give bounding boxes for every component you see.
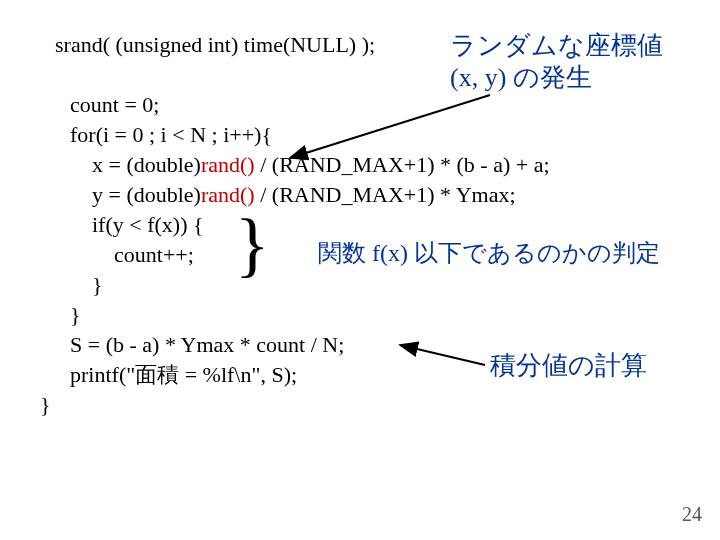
code-line-count: count = 0; [70, 90, 159, 120]
code-line-printf: printf("面積 = %lf\n", S); [70, 360, 297, 390]
code-frag: / (RAND_MAX+1) * (b - a) + a; [255, 152, 550, 177]
annotation-integral: 積分値の計算 [490, 350, 647, 383]
code-line-srand: srand( (unsigned int) time(NULL) ); [55, 30, 375, 60]
page-number: 24 [682, 503, 702, 526]
code-line-y: y = (double)rand() / (RAND_MAX+1) * Ymax… [70, 180, 516, 210]
code-rand-call: rand() [201, 152, 255, 177]
code-frag: y = (double) [70, 182, 201, 207]
code-line-endfor: } [70, 300, 81, 330]
code-line-countpp: count++; [70, 240, 194, 270]
code-line-endif: } [70, 270, 103, 300]
annotation-fx-check: 関数 f(x) 以下であるのかの判定 [318, 238, 660, 268]
brace-icon: } [235, 208, 270, 280]
code-line-if: if(y < f(x)) { [70, 210, 204, 240]
arrow-overlay [0, 0, 720, 540]
slide: srand( (unsigned int) time(NULL) ); coun… [0, 0, 720, 540]
code-frag: / (RAND_MAX+1) * Ymax; [255, 182, 516, 207]
code-line-s: S = (b - a) * Ymax * count / N; [70, 330, 344, 360]
code-line-for: for(i = 0 ; i < N ; i++){ [70, 120, 272, 150]
code-frag: x = (double) [70, 152, 201, 177]
arrow-icon [290, 95, 490, 158]
annotation-random-xy-line2: (x, y) の発生 [450, 62, 592, 95]
code-line-endmain: } [40, 390, 51, 420]
code-line-x: x = (double)rand() / (RAND_MAX+1) * (b -… [70, 150, 550, 180]
annotation-random-xy-line1: ランダムな座標値 [450, 30, 663, 63]
arrow-icon [400, 345, 485, 365]
